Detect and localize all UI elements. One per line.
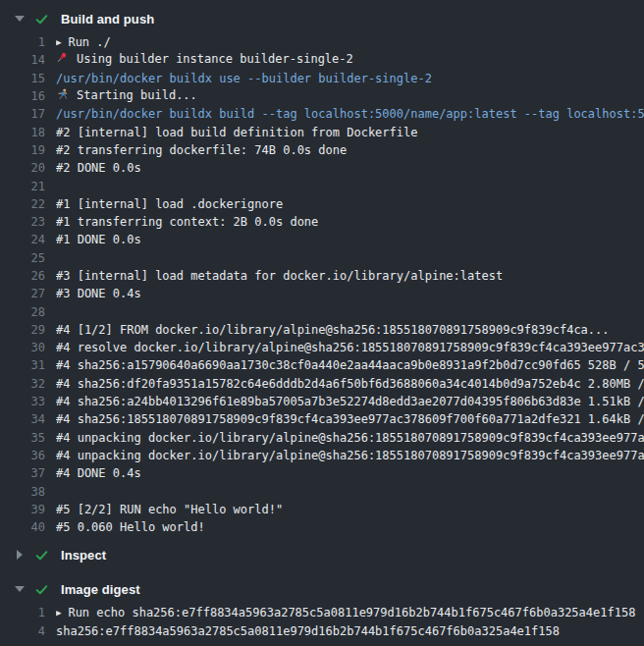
line-number[interactable]: 21 (0, 180, 45, 193)
log-text: #1 DONE 0.0s (56, 233, 644, 246)
line-number[interactable]: 29 (0, 323, 45, 337)
line-number[interactable]: 30 (0, 341, 45, 354)
section-header-inspect[interactable]: Inspect (0, 542, 644, 567)
line-number[interactable]: 25 (0, 251, 45, 265)
log-text: sha256:e7ff8834a5963a2785c5a0811e979d16b… (56, 624, 644, 638)
log-line: 21 (0, 177, 644, 194)
log-line: 16Starting build... (0, 87, 644, 105)
log-text: #5 [2/2] RUN echo "Hello world!" (56, 503, 644, 516)
log-text: #2 [internal] load build definition from… (56, 126, 644, 139)
section-header-image-digest[interactable]: Image digest (0, 576, 644, 602)
line-number[interactable]: 36 (0, 449, 45, 462)
log-text: #2 transferring dockerfile: 74B 0.0s don… (56, 143, 644, 157)
log-text: #4 DONE 0.4s (56, 466, 644, 480)
log-text: #1 transferring context: 2B 0.0s done (56, 215, 644, 229)
log-line: 37#4 DONE 0.4s (0, 464, 644, 482)
section-title: Inspect (61, 548, 106, 563)
log-text: ▶Run ./ (56, 35, 644, 49)
log-text-command: /usr/bin/docker buildx build --tag local… (56, 107, 644, 121)
line-number[interactable]: 32 (0, 377, 45, 391)
line-number[interactable]: 38 (0, 485, 45, 499)
line-number[interactable]: 39 (0, 503, 45, 516)
log-line: 22#1 [internal] load .dockerignore (0, 195, 644, 213)
line-number[interactable]: 19 (0, 143, 45, 157)
line-number[interactable]: 20 (0, 161, 45, 175)
line-number[interactable]: 26 (0, 269, 45, 283)
line-number[interactable]: 15 (0, 72, 45, 85)
line-number[interactable]: 14 (0, 53, 45, 67)
log-text: #4 resolve docker.io/library/alpine@sha2… (56, 341, 644, 354)
section-build-and-push: Build and push 1▶Run ./14Using builder i… (0, 6, 644, 540)
line-number[interactable]: 27 (0, 287, 45, 300)
log-line: 24#1 DONE 0.0s (0, 231, 644, 248)
log-text: #2 DONE 0.0s (56, 161, 644, 175)
log-line: 30#4 resolve docker.io/library/alpine@sh… (0, 339, 644, 356)
check-icon (34, 582, 49, 597)
log-line: 31#4 sha256:a15790640a6690aa1730c38cf0a4… (0, 356, 644, 374)
log-line: 23#1 transferring context: 2B 0.0s done (0, 213, 644, 231)
expand-line-toggle-icon[interactable]: ▶ (56, 608, 61, 618)
line-number[interactable]: 24 (0, 233, 45, 246)
log-text: ▶Run echo sha256:e7ff8834a5963a2785c5a08… (56, 606, 644, 619)
log-text: Starting build... (56, 88, 644, 104)
collapse-toggle-icon[interactable] (14, 586, 26, 592)
line-number[interactable]: 16 (0, 89, 45, 103)
log-text: #1 [internal] load .dockerignore (56, 197, 644, 211)
log-text-command: /usr/bin/docker buildx use --builder bui… (56, 72, 644, 85)
log-text: #3 [internal] load metadata for docker.i… (56, 269, 644, 283)
line-number[interactable]: 22 (0, 197, 45, 211)
log-line: 20#2 DONE 0.0s (0, 159, 644, 177)
log-text: #4 unpacking docker.io/library/alpine@sh… (56, 449, 644, 462)
collapse-toggle-icon[interactable] (14, 16, 26, 22)
line-number[interactable]: 34 (0, 412, 45, 426)
log-line: 18#2 [internal] load build definition fr… (0, 123, 644, 140)
log-text: #4 sha256:185518070891758909c9f839cf4ca3… (56, 412, 644, 426)
check-icon (34, 12, 49, 27)
line-number[interactable]: 28 (0, 305, 45, 319)
line-number[interactable]: 1 (0, 35, 45, 49)
log-line: 25 (0, 249, 644, 267)
pushpin-icon (56, 52, 70, 68)
log-text: #4 unpacking docker.io/library/alpine@sh… (56, 431, 644, 445)
line-number[interactable]: 35 (0, 431, 45, 445)
log-lines-build-and-push: 1▶Run ./14Using builder instance builder… (0, 31, 644, 540)
section-header-build-and-push[interactable]: Build and push (0, 6, 644, 31)
log-line: 35#4 unpacking docker.io/library/alpine@… (0, 429, 644, 447)
log-lines-image-digest: 1▶Run echo sha256:e7ff8834a5963a2785c5a0… (0, 602, 644, 644)
check-icon (34, 548, 49, 563)
log-line: 39#5 [2/2] RUN echo "Hello world!" (0, 501, 644, 518)
expand-toggle-icon[interactable] (14, 550, 26, 560)
log-text: #3 DONE 0.4s (56, 287, 644, 300)
line-number[interactable]: 17 (0, 107, 45, 121)
log-line: 40#5 0.060 Hello world! (0, 518, 644, 536)
line-number[interactable]: 1 (0, 606, 45, 619)
log-line: 17/usr/bin/docker buildx build --tag loc… (0, 105, 644, 123)
log-text: Using builder instance builder-single-2 (56, 52, 644, 68)
log-line: 14Using builder instance builder-single-… (0, 51, 644, 69)
log-text: #4 sha256:df20fa9351a15782c64e6dddb2d4a6… (56, 377, 644, 391)
log-line: 28 (0, 302, 644, 320)
line-number[interactable]: 33 (0, 395, 45, 408)
line-number[interactable]: 23 (0, 215, 45, 229)
log-line: 32#4 sha256:df20fa9351a15782c64e6dddb2d4… (0, 375, 644, 393)
log-line: 26#3 [internal] load metadata for docker… (0, 267, 644, 285)
log-line: 15/usr/bin/docker buildx use --builder b… (0, 70, 644, 87)
section-image-digest: Image digest 1▶Run echo sha256:e7ff8834a… (0, 576, 644, 644)
expand-line-toggle-icon[interactable]: ▶ (56, 37, 61, 47)
log-text: #5 0.060 Hello world! (56, 520, 644, 534)
log-line: 38 (0, 482, 644, 500)
log-line: 29#4 [1/2] FROM docker.io/library/alpine… (0, 321, 644, 339)
log-text: #4 [1/2] FROM docker.io/library/alpine@s… (56, 323, 644, 337)
line-number[interactable]: 18 (0, 126, 45, 139)
log-text: #4 sha256:a15790640a6690aa1730c38cf0a440… (56, 358, 644, 372)
line-number[interactable]: 31 (0, 358, 45, 372)
line-number[interactable]: 40 (0, 520, 45, 534)
line-number[interactable]: 4 (0, 624, 45, 638)
section-inspect: Inspect (0, 542, 644, 567)
log-line: 34#4 sha256:185518070891758909c9f839cf4c… (0, 410, 644, 428)
actions-log-viewer: Build and push 1▶Run ./14Using builder i… (0, 6, 644, 646)
log-line: 19#2 transferring dockerfile: 74B 0.0s d… (0, 141, 644, 159)
line-number[interactable]: 37 (0, 466, 45, 480)
log-line: 36#4 unpacking docker.io/library/alpine@… (0, 447, 644, 464)
log-line: 4sha256:e7ff8834a5963a2785c5a0811e979d16… (0, 622, 644, 640)
